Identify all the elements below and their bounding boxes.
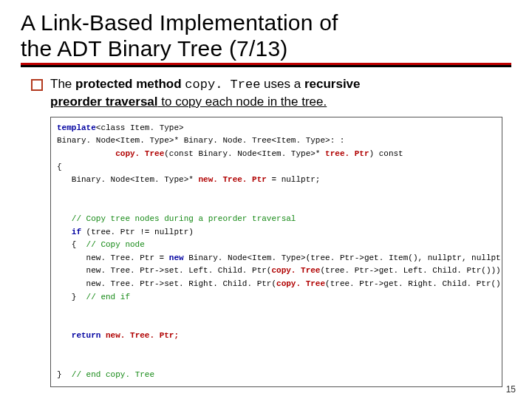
code-keyword-red: tree. Ptr	[325, 149, 369, 158]
bullet-item: The protected method copy. Tree uses a r…	[21, 76, 511, 111]
code-keyword: template	[57, 123, 96, 132]
code-blank	[57, 201, 62, 210]
code-comment: // Copy node	[86, 240, 145, 249]
slide-title: A Link-Based Implementation of the ADT B…	[21, 10, 511, 61]
code-comment: // end if	[86, 293, 130, 301]
code-text: new. Tree. Ptr =	[57, 253, 169, 262]
code-text: }	[57, 370, 72, 379]
bullet-frag: uses a	[260, 77, 304, 91]
code-text: (tree. Ptr->get. Left. Child. Ptr()));	[320, 266, 502, 275]
code-keyword: new	[169, 253, 184, 262]
bullet-bold-underline: preorder traversal	[50, 95, 158, 109]
code-text: Binary. Node<Item. Type>(tree. Ptr->get.…	[184, 253, 502, 262]
code-keyword: return	[57, 331, 100, 340]
code-blank	[57, 344, 62, 353]
code-text	[57, 149, 115, 158]
bullet-bold: recursive	[304, 77, 361, 91]
code-comment: // end copy. Tree	[72, 370, 154, 379]
bullet-code: copy. Tree	[185, 78, 260, 92]
code-blank	[57, 305, 62, 314]
code-text: {	[57, 163, 62, 171]
code-blank	[57, 358, 62, 366]
code-block: template<class Item. Type> Binary. Node<…	[50, 117, 502, 387]
bullet-text: The protected method copy. Tree uses a r…	[50, 76, 361, 111]
title-underline	[21, 63, 511, 67]
code-keyword-red: new. Tree. Ptr;	[100, 331, 179, 340]
code-keyword-red: copy. Tree	[276, 279, 325, 288]
code-keyword-red: copy. Tree	[271, 266, 320, 275]
code-text: (const Binary. Node<Item. Type>*	[164, 149, 325, 158]
code-text: (tree. Ptr != nullptr)	[86, 228, 194, 236]
code-text: }	[57, 293, 86, 301]
slide-body: The protected method copy. Tree uses a r…	[21, 76, 511, 387]
bullet-frag: The	[50, 77, 75, 91]
bullet-bold: protected method	[75, 77, 185, 91]
code-text: ) const	[369, 149, 403, 158]
code-text: Binary. Node<Item. Type>* Binary. Node. …	[57, 136, 344, 145]
code-text: new. Tree. Ptr->set. Right. Child. Ptr(	[57, 279, 276, 288]
bullet-underline: to copy each node in the tree.	[158, 95, 327, 109]
code-keyword-red: copy. Tree	[115, 149, 164, 158]
code-text: (tree. Ptr->get. Right. Child. Ptr()));	[325, 279, 502, 288]
code-keyword-red: new. Tree. Ptr	[198, 175, 266, 184]
code-blank	[57, 318, 62, 327]
title-line-2: the ADT Binary Tree (7/13)	[21, 36, 287, 61]
code-blank	[57, 188, 62, 197]
code-text: {	[57, 240, 86, 249]
slide: A Link-Based Implementation of the ADT B…	[0, 0, 532, 399]
title-line-1: A Link-Based Implementation of	[21, 10, 338, 35]
code-text: Binary. Node<Item. Type>*	[57, 175, 198, 184]
code-keyword: if	[57, 228, 86, 236]
code-text: new. Tree. Ptr->set. Left. Child. Ptr(	[57, 266, 271, 275]
code-text: <class Item. Type>	[96, 123, 184, 132]
page-number: 15	[506, 384, 516, 395]
bullet-square-icon	[31, 79, 43, 91]
code-text: = nullptr;	[267, 175, 321, 184]
code-comment: // Copy tree nodes during a preorder tra…	[57, 214, 296, 223]
